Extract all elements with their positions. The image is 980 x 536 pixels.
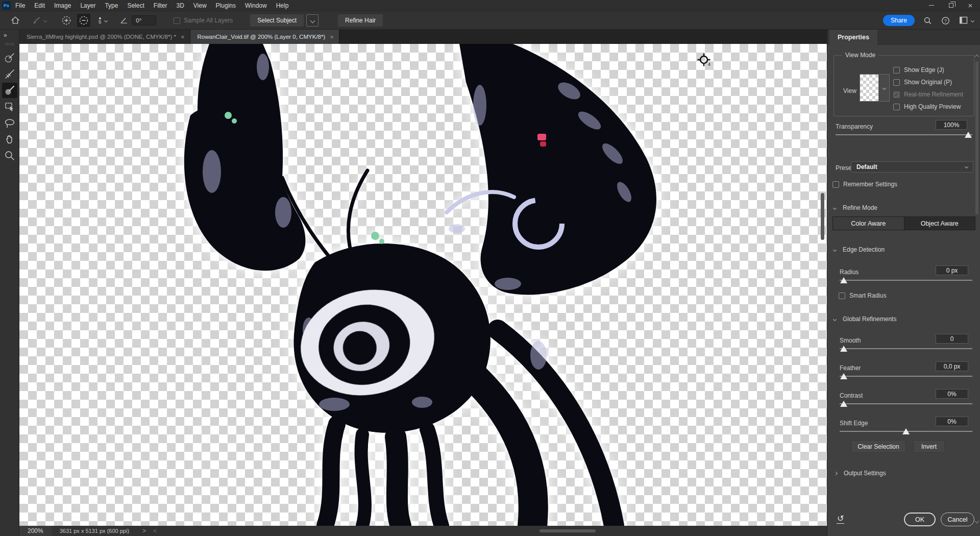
document-tab-inactive[interactable]: Sierra_IIMheg highlight.psd @ 200% (DONE… bbox=[19, 30, 190, 44]
slider-thumb[interactable] bbox=[840, 401, 847, 407]
high-quality-preview-checkbox[interactable]: High Quality Preview bbox=[893, 103, 961, 110]
brush-size-chevron-icon[interactable] bbox=[104, 18, 108, 22]
lasso-tool[interactable] bbox=[2, 115, 17, 131]
scroll-up-icon[interactable] bbox=[975, 55, 979, 59]
transparency-slider[interactable] bbox=[836, 131, 972, 138]
show-original-checkbox[interactable]: Show Original (P) bbox=[893, 79, 952, 86]
smooth-label: Smooth bbox=[840, 337, 861, 344]
preset-dropdown[interactable]: Default bbox=[851, 161, 973, 173]
toolbar-grip[interactable] bbox=[6, 43, 14, 45]
feather-slider[interactable] bbox=[840, 372, 972, 379]
slider-thumb[interactable] bbox=[965, 132, 972, 138]
menu-layer[interactable]: Layer bbox=[76, 0, 100, 11]
contrast-slider[interactable] bbox=[840, 400, 972, 407]
refine-mode-section-header[interactable]: Refine Mode bbox=[834, 204, 877, 211]
options-bar: 5 0° Sample All Layers Select Subject Re… bbox=[0, 12, 980, 30]
feather-value-field[interactable]: 0,0 px bbox=[936, 361, 968, 371]
ok-button[interactable]: OK bbox=[904, 513, 936, 526]
help-icon[interactable]: ? bbox=[941, 16, 950, 26]
color-aware-option[interactable]: Color Aware bbox=[833, 217, 904, 230]
object-aware-option[interactable]: Object Aware bbox=[904, 217, 975, 230]
radius-slider[interactable] bbox=[840, 276, 972, 283]
menu-filter[interactable]: Filter bbox=[149, 0, 172, 11]
brush-tool[interactable] bbox=[2, 83, 17, 98]
properties-tab[interactable]: Properties bbox=[829, 30, 877, 45]
restore-button[interactable] bbox=[941, 0, 961, 11]
transparency-value-field[interactable]: 100% bbox=[936, 120, 967, 130]
panel-scrollbar[interactable] bbox=[974, 54, 979, 529]
invert-button[interactable]: Invert bbox=[913, 440, 945, 453]
canvas-horizontal-scrollbar[interactable] bbox=[162, 529, 824, 533]
menu-select[interactable]: Select bbox=[122, 0, 149, 11]
refine-hair-button[interactable]: Refine Hair bbox=[338, 14, 383, 27]
radius-value-field[interactable]: 0 px bbox=[936, 265, 968, 275]
status-chevron-icon[interactable]: > bbox=[142, 527, 146, 534]
select-subject-button[interactable]: Select Subject bbox=[250, 14, 304, 27]
slider-thumb[interactable] bbox=[902, 428, 910, 434]
brush-size-control[interactable]: 5 bbox=[99, 17, 101, 24]
view-thumbnail[interactable] bbox=[860, 74, 879, 102]
object-selection-tool[interactable] bbox=[2, 99, 17, 114]
share-button[interactable]: Share bbox=[883, 15, 915, 26]
tab-close-icon[interactable]: × bbox=[330, 33, 334, 41]
search-icon[interactable] bbox=[923, 16, 933, 26]
global-refinements-section-header[interactable]: Global Refinements bbox=[834, 315, 896, 323]
slider-thumb[interactable] bbox=[840, 373, 847, 379]
add-to-selection-icon[interactable] bbox=[61, 15, 72, 26]
menu-window[interactable]: Window bbox=[240, 0, 272, 11]
subtract-from-selection-icon[interactable] bbox=[77, 14, 90, 27]
scrollbar-thumb[interactable] bbox=[821, 193, 824, 240]
output-settings-section-header[interactable]: Output Settings bbox=[835, 470, 886, 477]
brush-preset-icon[interactable] bbox=[32, 15, 46, 26]
cancel-button[interactable]: Cancel bbox=[941, 513, 974, 526]
reset-icon[interactable]: ↺ bbox=[837, 515, 844, 524]
scrollbar-thumb[interactable] bbox=[540, 529, 596, 532]
canvas-vertical-scrollbar[interactable] bbox=[820, 44, 825, 526]
workspace-layout-icon[interactable] bbox=[959, 16, 974, 25]
menu-image[interactable]: Image bbox=[50, 0, 76, 11]
refine-edge-brush-tool[interactable] bbox=[2, 66, 17, 82]
menu-edit[interactable]: Edit bbox=[30, 0, 50, 11]
close-button[interactable]: × bbox=[961, 0, 980, 11]
menu-bar: Ps File Edit Image Layer Type Select Fil… bbox=[0, 0, 980, 11]
tab-close-icon[interactable]: × bbox=[181, 33, 185, 41]
realtime-refinement-checkbox: ✓ Real-time Refinement bbox=[893, 91, 963, 98]
slider-thumb[interactable] bbox=[840, 346, 847, 352]
quick-selection-tool[interactable] bbox=[2, 50, 17, 65]
smooth-slider[interactable] bbox=[840, 345, 972, 352]
zoom-level-field[interactable]: 200% bbox=[19, 526, 52, 536]
select-subject-dropdown[interactable] bbox=[306, 14, 318, 27]
contrast-value-field[interactable]: 0% bbox=[936, 389, 968, 399]
sample-all-layers-checkbox[interactable]: Sample All Layers bbox=[174, 17, 233, 24]
clear-selection-button[interactable]: Clear Selection bbox=[851, 440, 906, 453]
view-label: View bbox=[843, 87, 856, 94]
toolbar-overflow-icon[interactable]: » bbox=[4, 32, 7, 39]
checkbox-checked-icon: ✓ bbox=[893, 91, 900, 98]
menu-plugins[interactable]: Plugins bbox=[211, 0, 240, 11]
shift-edge-value-field[interactable]: 0% bbox=[936, 417, 968, 426]
remember-settings-checkbox[interactable]: Remember Settings bbox=[832, 181, 897, 188]
document-canvas[interactable]: 4 bbox=[19, 44, 827, 526]
status-bar: 200% 3631 px x 5131 px (600 ppi) > < bbox=[19, 526, 827, 536]
hand-tool[interactable] bbox=[2, 132, 17, 147]
menu-file[interactable]: File bbox=[11, 0, 30, 11]
smooth-value-field[interactable]: 0 bbox=[936, 334, 968, 344]
minimize-button[interactable] bbox=[922, 0, 941, 11]
zoom-tool[interactable] bbox=[2, 148, 17, 163]
home-icon[interactable] bbox=[10, 15, 20, 26]
menu-type[interactable]: Type bbox=[100, 0, 122, 11]
show-edge-checkbox[interactable]: Show Edge (J) bbox=[893, 66, 944, 74]
view-dropdown-chevron[interactable] bbox=[879, 74, 890, 102]
edge-detection-section-header[interactable]: Edge Detection bbox=[834, 246, 885, 253]
status-back-icon[interactable]: < bbox=[153, 527, 157, 534]
smart-radius-checkbox[interactable]: Smart Radius bbox=[839, 292, 887, 299]
scroll-down-icon[interactable] bbox=[975, 519, 979, 523]
shift-edge-slider[interactable] bbox=[840, 427, 972, 434]
scrollbar-thumb[interactable] bbox=[975, 61, 978, 214]
menu-view[interactable]: View bbox=[189, 0, 211, 11]
brush-angle-field[interactable]: 0° bbox=[132, 15, 156, 26]
slider-thumb[interactable] bbox=[840, 277, 847, 283]
menu-help[interactable]: Help bbox=[272, 0, 293, 11]
document-tab-active[interactable]: RowanClair_Void.tif @ 200% (Layer 0, CMY… bbox=[190, 30, 339, 44]
menu-3d[interactable]: 3D bbox=[172, 0, 188, 11]
